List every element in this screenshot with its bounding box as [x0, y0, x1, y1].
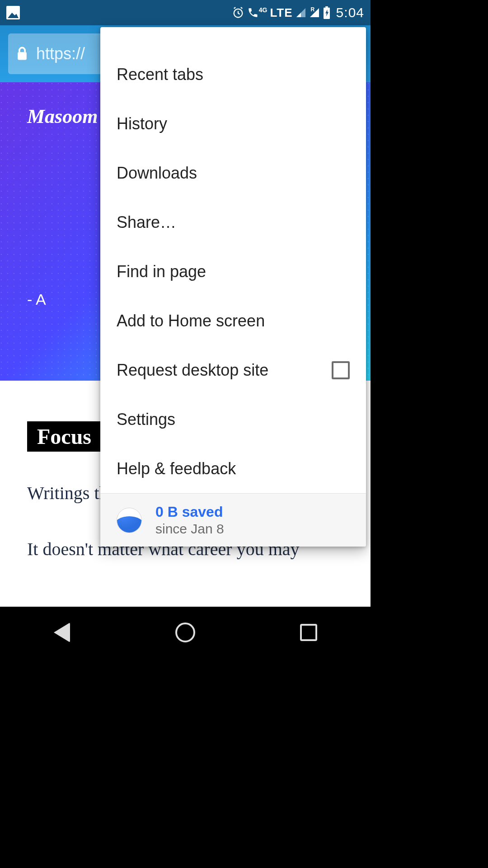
lock-icon: [16, 47, 28, 61]
menu-item-label: Request desktop site: [117, 361, 268, 380]
recents-button[interactable]: [295, 619, 322, 646]
signal-2-icon: R: [309, 7, 320, 18]
menu-item-label: Add to Home screen: [117, 311, 265, 330]
menu-item-downloads[interactable]: Downloads: [100, 148, 366, 198]
menu-item-history[interactable]: History: [100, 99, 366, 148]
status-clock: 5:04: [336, 5, 364, 20]
menu-data-saver[interactable]: 0 B saved since Jan 8: [100, 493, 366, 547]
menu-item-label: Help & feedback: [117, 459, 236, 478]
menu-item-share[interactable]: Share…: [100, 198, 366, 247]
menu-item-bookmarks[interactable]: Bookmarks: [100, 27, 366, 50]
data-saved-amount: 0 B saved: [155, 504, 224, 520]
svg-rect-2: [325, 6, 328, 8]
menu-item-label: Recent tabs: [117, 65, 203, 84]
recents-icon: [300, 624, 317, 641]
article-tag: Focus: [27, 421, 101, 452]
home-icon: [175, 623, 195, 642]
home-button[interactable]: [172, 619, 199, 646]
back-button[interactable]: [48, 619, 75, 646]
url-text: https://: [36, 44, 85, 63]
browser-overflow-menu: Bookmarks Recent tabs History Downloads …: [100, 27, 366, 547]
menu-item-label: Settings: [117, 410, 175, 429]
menu-item-find-in-page[interactable]: Find in page: [100, 247, 366, 296]
battery-charging-icon: [323, 6, 331, 19]
menu-item-add-to-home[interactable]: Add to Home screen: [100, 296, 366, 345]
menu-item-label: Find in page: [117, 262, 206, 281]
svg-rect-3: [18, 52, 27, 60]
alarm-icon: [232, 6, 244, 19]
menu-item-settings[interactable]: Settings: [100, 395, 366, 444]
back-icon: [54, 623, 70, 642]
menu-item-help-feedback[interactable]: Help & feedback: [100, 444, 366, 493]
phone-4g-icon: 4G: [247, 7, 267, 19]
gallery-notification-icon: [6, 6, 20, 19]
menu-item-label: Downloads: [117, 164, 197, 183]
menu-item-request-desktop[interactable]: Request desktop site: [100, 345, 366, 395]
menu-item-recent-tabs[interactable]: Recent tabs: [100, 50, 366, 99]
network-type-label: LTE: [270, 6, 292, 20]
desktop-site-checkbox[interactable]: [332, 361, 350, 379]
menu-item-label: Share…: [117, 213, 176, 232]
menu-item-label: History: [117, 114, 167, 133]
status-bar: 4G LTE R 5:04: [0, 0, 371, 25]
menu-item-label: Bookmarks: [117, 27, 198, 28]
signal-1-icon: [296, 7, 306, 18]
data-saved-since: since Jan 8: [155, 521, 224, 537]
system-nav-bar: [0, 607, 371, 658]
data-saver-icon: [117, 508, 142, 533]
